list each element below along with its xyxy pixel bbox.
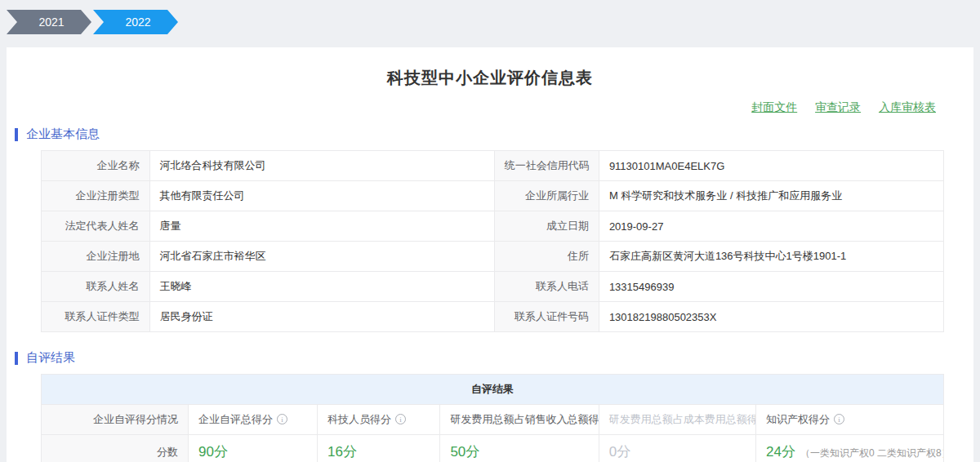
field-value: 王晓峰 <box>149 272 494 302</box>
column-header-label: 科技人员得分 <box>327 413 391 425</box>
review-record-link[interactable]: 审查记录 <box>815 100 861 113</box>
field-label: 企业所属行业 <box>494 181 599 211</box>
score-value: 24分 <box>766 444 795 460</box>
column-header-label: 知识产权得分 <box>766 413 830 425</box>
column-header: 企业自评总得分i <box>189 405 318 435</box>
score-situation-label: 企业自评得分情况 <box>42 405 189 435</box>
field-value: 13018219880502353X <box>599 302 943 332</box>
score-value: 90分 <box>198 444 228 460</box>
field-label: 联系人证件类型 <box>42 302 150 332</box>
field-label: 成立日期 <box>494 211 599 242</box>
table-row: 自评结果 <box>42 375 944 405</box>
field-value: 唐量 <box>149 211 494 242</box>
section-accent-bar <box>15 352 18 365</box>
field-value: 石家庄高新区黄河大道136号科技中心1号楼1901-1 <box>599 242 943 272</box>
table-row: 联系人证件类型 居民身份证 联系人证件号码 13018219880502353X <box>42 302 944 332</box>
basic-info-section-title: 企业基本信息 <box>26 127 100 142</box>
table-row: 分数 90分 16分 50分 0分 24分（一类知识产权0 二类知识产权8） <box>42 435 944 462</box>
field-value: 居民身份证 <box>149 302 494 332</box>
field-label: 联系人电话 <box>494 272 599 302</box>
column-header: 知识产权得分i <box>756 405 944 435</box>
score-cell: 50分 <box>440 435 599 462</box>
score-cell: 90分 <box>189 435 318 462</box>
score-row-label: 分数 <box>42 435 189 462</box>
field-value: 13315496939 <box>599 272 943 302</box>
score-cell: 0分 <box>599 435 755 462</box>
info-icon[interactable]: i <box>834 414 844 424</box>
field-value: 河北络合科技有限公司 <box>149 151 494 181</box>
basic-info-table: 企业名称 河北络合科技有限公司 统一社会信用代码 91130101MA0E4EL… <box>41 150 944 332</box>
field-label: 联系人证件号码 <box>494 302 599 332</box>
column-header: 科技人员得分i <box>318 405 440 435</box>
year-tabbar: 2021 2022 <box>0 0 980 34</box>
field-label: 统一社会信用代码 <box>494 151 599 181</box>
cover-file-link[interactable]: 封面文件 <box>751 100 797 113</box>
table-row: 企业注册地 河北省石家庄市裕华区 住所 石家庄高新区黄河大道136号科技中心1号… <box>42 242 944 272</box>
column-header-disabled: 研发费用总额占成本费用总额得分 <box>599 405 755 435</box>
self-eval-table: 自评结果 企业自评得分情况 企业自评总得分i 科技人员得分i 研发费用总额占销售… <box>41 374 944 462</box>
field-label: 住所 <box>494 242 599 272</box>
score-cell: 24分（一类知识产权0 二类知识产权8） <box>756 435 944 462</box>
field-label: 企业注册类型 <box>42 181 150 211</box>
field-value: 河北省石家庄市裕华区 <box>149 242 494 272</box>
self-eval-section-header: 自评结果 <box>15 350 973 366</box>
page-title: 科技型中小企业评价信息表 <box>7 47 973 89</box>
section-accent-bar <box>15 128 18 141</box>
column-header-label: 企业自评总得分 <box>198 413 273 425</box>
field-value: 91130101MA0E4ELK7G <box>599 151 943 181</box>
column-header-label: 研发费用总额占成本费用总额得分 <box>609 413 756 425</box>
field-label: 联系人姓名 <box>42 272 150 302</box>
column-header-label: 研发费用总额占销售收入总额得分 <box>450 413 599 425</box>
field-label: 企业名称 <box>42 151 150 181</box>
field-value: M 科学研究和技术服务业 / 科技推广和应用服务业 <box>599 181 943 211</box>
score-value: 50分 <box>450 444 479 460</box>
info-icon[interactable]: i <box>395 414 406 424</box>
score-value: 16分 <box>327 444 357 460</box>
table-row: 企业自评得分情况 企业自评总得分i 科技人员得分i 研发费用总额占销售收入总额得… <box>42 405 944 435</box>
warehouse-audit-link[interactable]: 入库审核表 <box>879 100 936 113</box>
basic-info-section-header: 企业基本信息 <box>15 127 973 142</box>
self-eval-table-title: 自评结果 <box>42 375 944 405</box>
main-card: 科技型中小企业评价信息表 封面文件 审查记录 入库审核表 企业基本信息 企业名称… <box>7 47 973 462</box>
tab-year-2021[interactable]: 2021 <box>7 10 91 34</box>
table-row: 企业名称 河北络合科技有限公司 统一社会信用代码 91130101MA0E4EL… <box>42 151 944 181</box>
field-value: 其他有限责任公司 <box>149 181 494 211</box>
score-cell: 16分 <box>318 435 440 462</box>
column-header: 研发费用总额占销售收入总额得分 <box>440 405 599 435</box>
table-row: 企业注册类型 其他有限责任公司 企业所属行业 M 科学研究和技术服务业 / 科技… <box>42 181 944 211</box>
field-label: 企业注册地 <box>42 242 150 272</box>
table-row: 联系人姓名 王晓峰 联系人电话 13315496939 <box>42 272 944 302</box>
score-value-disabled: 0分 <box>609 444 630 460</box>
score-note: （一类知识产权0 二类知识产权8） <box>800 447 943 459</box>
field-label: 法定代表人姓名 <box>42 211 150 242</box>
field-value: 2019-09-27 <box>599 211 943 242</box>
self-eval-section-title: 自评结果 <box>26 350 75 366</box>
info-icon[interactable]: i <box>277 414 287 424</box>
document-links: 封面文件 审查记录 入库审核表 <box>7 89 973 117</box>
table-row: 法定代表人姓名 唐量 成立日期 2019-09-27 <box>42 211 944 242</box>
tab-year-2022[interactable]: 2022 <box>93 10 178 34</box>
